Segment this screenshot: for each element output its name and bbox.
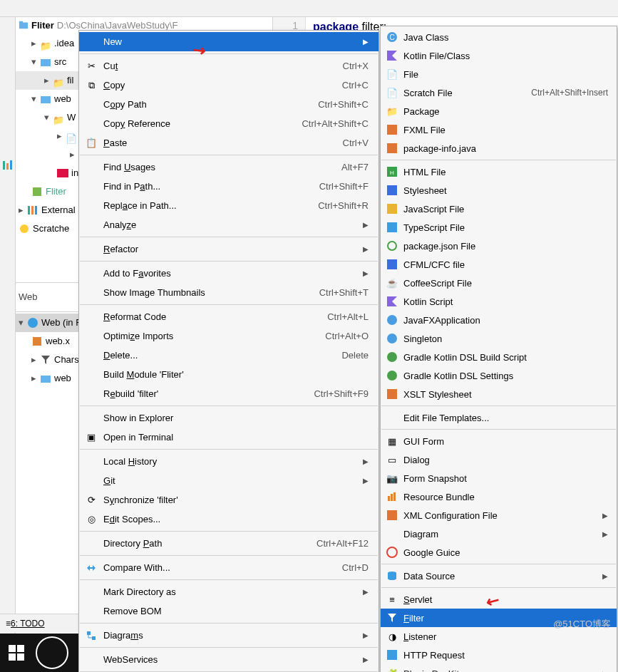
ctx-replace-in-path[interactable]: Replace in Path...Ctrl+Shift+R <box>79 196 378 215</box>
kotlin-icon <box>386 295 398 308</box>
cortana-icon[interactable] <box>36 636 68 669</box>
sub-coffee[interactable]: ☕CoffeeScript File <box>381 274 617 292</box>
sub-file[interactable]: 📄File <box>381 65 617 83</box>
ctx-synchronize[interactable]: ⟳Synchronize 'filter' <box>79 490 378 510</box>
snapshot-icon: 📷 <box>386 472 398 485</box>
file-icon: 📄 <box>66 130 77 142</box>
ctx-git[interactable]: Git▶ <box>79 471 378 490</box>
ctx-find-in-path[interactable]: Find in Path...Ctrl+Shift+F <box>79 177 378 196</box>
ctx-show-thumbs[interactable]: Show Image ThumbnailsCtrl+Shift+T <box>79 283 378 302</box>
svg-rect-32 <box>387 259 397 269</box>
sub-filter[interactable]: Filter <box>381 609 617 627</box>
sub-http-request[interactable]: HTTP Request <box>381 646 617 664</box>
java-class-icon <box>386 314 398 326</box>
sub-form-snapshot[interactable]: 📷Form Snapshot <box>381 469 617 487</box>
svg-rect-20 <box>87 631 91 635</box>
sub-scratch[interactable]: 📄Scratch FileCtrl+Alt+Shift+Insert <box>381 83 617 102</box>
ts-icon <box>386 221 398 234</box>
cfml-icon <box>386 258 398 271</box>
sub-js[interactable]: JavaScript File <box>381 200 617 218</box>
svg-rect-2 <box>10 160 12 170</box>
ctx-open-terminal[interactable]: ▣Open in Terminal <box>79 428 378 447</box>
copy-icon: ⧉ <box>85 79 98 92</box>
sub-javafx[interactable]: JavaFXApplication <box>381 311 617 329</box>
sub-singleton[interactable]: Singleton <box>381 329 617 348</box>
sub-fxml[interactable]: FXML File <box>381 120 617 139</box>
sub-gui-form[interactable]: ▦GUI Form <box>381 432 617 450</box>
ctx-compare[interactable]: Compare With...Ctrl+D <box>79 558 378 577</box>
sub-ts[interactable]: TypeScript File <box>381 218 617 237</box>
sub-data-source[interactable]: Data Source▶ <box>381 567 617 585</box>
ctx-delete[interactable]: Delete...Delete <box>79 346 378 365</box>
gradle-icon <box>386 369 398 382</box>
fxml-icon <box>386 123 398 136</box>
sub-gradle-settings[interactable]: Gradle Kotlin DSL Settings <box>381 366 617 385</box>
svg-point-33 <box>387 315 397 325</box>
svg-rect-7 <box>57 169 68 177</box>
windows-start-icon[interactable] <box>0 636 33 669</box>
sub-dialog[interactable]: ▭Dialog <box>381 450 617 469</box>
svg-point-45 <box>388 577 396 580</box>
ctx-copy-path[interactable]: Copy PathCtrl+Shift+C <box>79 95 378 114</box>
plugin-icon: 🧩 <box>386 667 398 672</box>
ctx-diagrams[interactable]: Diagrams▶ <box>79 626 378 645</box>
ctx-paste[interactable]: 📋PasteCtrl+V <box>79 133 378 153</box>
svg-rect-41 <box>387 510 397 520</box>
ctx-build-module[interactable]: Build Module 'Fliter' <box>79 365 378 384</box>
dialog-icon: ▭ <box>386 453 398 466</box>
ctx-remove-bom[interactable]: Remove BOM <box>79 601 378 621</box>
ctx-reformat[interactable]: Reformat CodeCtrl+Alt+L <box>79 307 378 326</box>
ctx-refactor[interactable]: Refactor▶ <box>79 239 378 259</box>
sub-listener[interactable]: ◑Listener <box>381 627 617 646</box>
ctx-dir-path[interactable]: Directory PathCtrl+Alt+F12 <box>79 534 378 553</box>
html-icon: H <box>386 165 398 178</box>
sub-pkginfo[interactable]: package-info.java <box>381 139 617 157</box>
cut-icon: ✂ <box>85 60 98 73</box>
sub-package[interactable]: 📁Package <box>381 102 617 120</box>
servlet-icon: ≡ <box>386 593 398 606</box>
ctx-mark-dir[interactable]: Mark Directory as▶ <box>79 582 378 601</box>
structure-icon[interactable] <box>2 160 14 171</box>
ctx-find-usages[interactable]: Find UsagesAlt+F7 <box>79 157 378 177</box>
ctx-new[interactable]: New▶ <box>79 32 378 51</box>
sub-plugin-devkit[interactable]: 🧩Plugin DevKit▶ <box>381 664 617 672</box>
sub-guice[interactable]: Google Guice <box>381 543 617 562</box>
sub-servlet[interactable]: ≡Servlet <box>381 590 617 609</box>
sub-html[interactable]: HHTML File <box>381 162 617 181</box>
ctx-add-fav[interactable]: Add to Favorites▶ <box>79 264 378 283</box>
ctx-show-explorer[interactable]: Show in Explorer <box>79 408 378 428</box>
sub-kotlin[interactable]: Kotlin File/Class <box>381 46 617 65</box>
svg-rect-29 <box>387 204 397 214</box>
ctx-webservices[interactable]: WebServices▶ <box>79 650 378 669</box>
sub-edit-templates[interactable]: Edit File Templates... <box>381 408 617 427</box>
sub-cfml[interactable]: CFML/CFC file <box>381 255 617 274</box>
api-icon <box>386 648 398 661</box>
js-icon <box>386 202 398 215</box>
file-icon: 📄 <box>386 68 398 81</box>
sub-xslt[interactable]: XSLT Stylesheet <box>381 385 617 403</box>
svg-rect-10 <box>31 206 34 214</box>
ctx-copy-ref[interactable]: Copy ReferenceCtrl+Alt+Shift+C <box>79 114 378 133</box>
svg-rect-24 <box>387 125 397 135</box>
sub-gradle-build[interactable]: Gradle Kotlin DSL Build Script <box>381 348 617 366</box>
ctx-optimize-imports[interactable]: Optimize ImportsCtrl+Alt+O <box>79 326 378 346</box>
ctx-rebuild[interactable]: Rebuild 'filter'Ctrl+Shift+F9 <box>79 384 378 403</box>
sub-xml-config[interactable]: XML Configuration File▶ <box>381 506 617 524</box>
coffee-icon: ☕ <box>386 276 398 289</box>
todo-toolwindow-button[interactable]: ≡ 6: TODO <box>0 614 78 632</box>
sub-pkgjson[interactable]: package.json File <box>381 237 617 255</box>
ctx-copy[interactable]: ⧉CopyCtrl+C <box>79 76 378 95</box>
xml-icon <box>31 336 43 347</box>
scratch-icon: 📄 <box>386 86 398 99</box>
sub-java-class[interactable]: CJava Class <box>381 28 617 46</box>
sub-resource-bundle[interactable]: Resource Bundle <box>381 487 617 506</box>
svg-rect-19 <box>17 653 24 661</box>
source-folder-icon <box>40 56 51 68</box>
ctx-edit-scopes[interactable]: ◎Edit Scopes... <box>79 510 378 529</box>
ctx-local-history[interactable]: Local History▶ <box>79 452 378 471</box>
sub-css[interactable]: Stylesheet <box>381 181 617 200</box>
ctx-cut[interactable]: ✂CutCtrl+X <box>79 56 378 76</box>
sub-diagram[interactable]: Diagram▶ <box>381 524 617 543</box>
ctx-analyze[interactable]: Analyze▶ <box>79 215 378 234</box>
sub-kts[interactable]: Kotlin Script <box>381 292 617 311</box>
